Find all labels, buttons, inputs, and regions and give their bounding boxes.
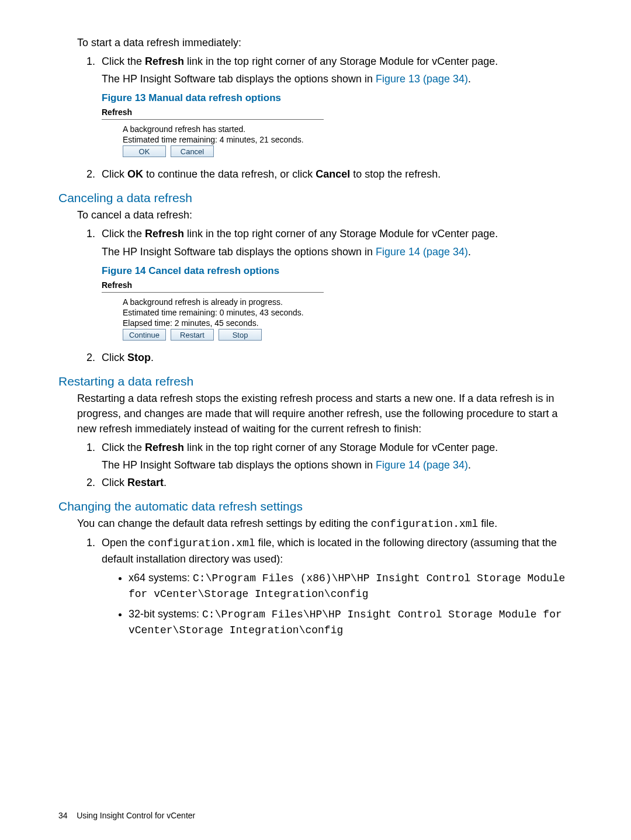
text: Click the	[102, 442, 145, 453]
dialog-buttons: OKCancel	[123, 145, 324, 157]
cancel-steps: Click the Refresh link in the top right …	[58, 226, 573, 259]
text: The HP Insight Software tab displays the…	[102, 246, 376, 258]
intro-steps: Click the Refresh link in the top right …	[58, 54, 573, 86]
text: Click	[102, 352, 127, 363]
dialog-message-3: Elapsed time: 2 minutes, 45 seconds.	[123, 318, 324, 328]
x32-path-item: 32-bit systems: C:\Program Files\HP\HP I…	[129, 606, 573, 638]
text: to continue the data refresh, or click	[143, 168, 316, 180]
dialog-divider	[102, 119, 324, 120]
restarting-heading: Restarting a data refresh	[58, 374, 573, 388]
intro-step-2: Click OK to continue the data refresh, o…	[98, 166, 573, 182]
text: Click	[102, 477, 127, 488]
page-footer: 34 Using Insight Control for vCenter	[58, 811, 195, 820]
text: .	[151, 352, 154, 363]
stop-label: Stop	[127, 352, 151, 363]
figure-14-link[interactable]: Figure 14 (page 34)	[376, 246, 468, 258]
cancel-label: Cancel	[316, 168, 350, 180]
figure-13-link[interactable]: Figure 13 (page 34)	[376, 73, 468, 85]
stop-button[interactable]: Stop	[219, 329, 262, 341]
change-lead: You can change the default data refresh …	[77, 516, 573, 532]
text: link in the top right corner of any Stor…	[184, 442, 498, 453]
refresh-link-label: Refresh	[145, 228, 184, 239]
config-file-name: configuration.xml	[148, 537, 255, 549]
path-list: x64 systems: C:\Program Files (x86)\HP\H…	[102, 570, 573, 638]
dialog-title: Refresh	[102, 107, 324, 118]
dialog-message-2: Estimated time remaining: 0 minutes, 43 …	[123, 308, 324, 317]
x64-path-item: x64 systems: C:\Program Files (x86)\HP\H…	[129, 570, 573, 602]
x64-path: C:\Program Files (x86)\HP\HP Insight Con…	[129, 572, 565, 600]
text: .	[468, 459, 471, 471]
chapter-title: Using Insight Control for vCenter	[77, 811, 195, 820]
dialog-body: A background refresh is already in progr…	[102, 297, 324, 341]
intro-lead: To start a data refresh immediately:	[77, 35, 573, 50]
dialog-buttons: ContinueRestartStop	[123, 329, 324, 341]
text: Click the	[102, 228, 145, 239]
continue-button[interactable]: Continue	[123, 329, 166, 341]
change-step-1: Open the configuration.xml file, which i…	[98, 535, 573, 638]
dialog-body: A background refresh has started. Estima…	[102, 124, 324, 157]
refresh-link-label: Refresh	[145, 442, 184, 453]
intro-step-1: Click the Refresh link in the top right …	[98, 54, 573, 86]
refresh-link-label: Refresh	[145, 55, 184, 67]
ok-button[interactable]: OK	[123, 145, 166, 157]
text: Open the	[102, 537, 148, 549]
config-file-name: configuration.xml	[371, 518, 479, 530]
restart-para: Restarting a data refresh stops the exis…	[77, 391, 573, 436]
restart-button[interactable]: Restart	[171, 329, 214, 341]
figure-13-dialog: Refresh A background refresh has started…	[102, 107, 324, 157]
text: to stop the refresh.	[350, 168, 441, 180]
text: .	[164, 477, 167, 488]
figure-14-dialog: Refresh A background refresh is already …	[102, 280, 324, 341]
text: 32-bit systems:	[129, 608, 202, 620]
dialog-message-2: Estimated time remaining: 4 minutes, 21 …	[123, 135, 324, 144]
restart-step-2: Click Restart.	[98, 475, 573, 490]
text: link in the top right corner of any Stor…	[184, 228, 498, 239]
text: .	[468, 246, 471, 258]
text: x64 systems:	[129, 572, 193, 584]
dialog-title: Refresh	[102, 280, 324, 291]
cancel-button[interactable]: Cancel	[171, 145, 214, 157]
text: file.	[478, 518, 497, 529]
restart-step-1: Click the Refresh link in the top right …	[98, 440, 573, 473]
change-steps: Open the configuration.xml file, which i…	[58, 535, 573, 638]
intro-steps-cont: Click OK to continue the data refresh, o…	[58, 166, 573, 182]
figure-14-caption: Figure 14 Cancel data refresh options	[102, 265, 573, 277]
restart-steps: Click the Refresh link in the top right …	[58, 440, 573, 490]
text: Click	[102, 168, 127, 180]
dialog-message-1: A background refresh has started.	[123, 124, 324, 134]
dialog-divider	[102, 292, 324, 293]
ok-label: OK	[127, 168, 143, 180]
figure-14-link[interactable]: Figure 14 (page 34)	[376, 459, 468, 471]
cancel-step-2: Click Stop.	[98, 350, 573, 365]
text: The HP Insight Software tab displays the…	[102, 73, 376, 85]
text: You can change the default data refresh …	[77, 518, 371, 529]
changing-heading: Changing the automatic data refresh sett…	[58, 499, 573, 513]
cancel-step-1: Click the Refresh link in the top right …	[98, 226, 573, 259]
document-page: To start a data refresh immediately: Cli…	[0, 0, 631, 840]
text: Click the	[102, 55, 145, 67]
text: link in the top right corner of any Stor…	[184, 55, 498, 67]
dialog-message-1: A background refresh is already in progr…	[123, 297, 324, 307]
text: .	[468, 73, 471, 85]
text: The HP Insight Software tab displays the…	[102, 459, 376, 471]
cancel-lead: To cancel a data refresh:	[77, 207, 573, 223]
figure-13-caption: Figure 13 Manual data refresh options	[102, 92, 573, 104]
page-number: 34	[58, 811, 68, 820]
cancel-steps-cont: Click Stop.	[58, 350, 573, 365]
restart-label: Restart	[127, 477, 164, 488]
canceling-heading: Canceling a data refresh	[58, 191, 573, 205]
